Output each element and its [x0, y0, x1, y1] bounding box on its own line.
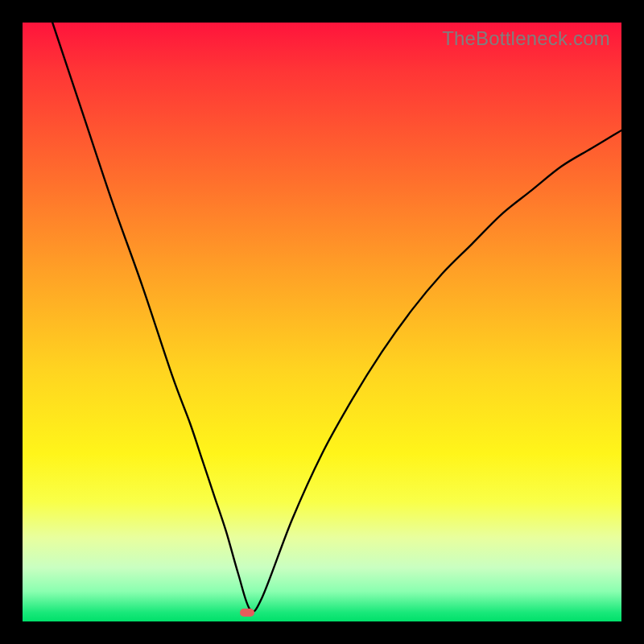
min-marker — [240, 609, 254, 617]
plot-area: TheBottleneck.com — [23, 23, 621, 621]
chart-frame: TheBottleneck.com — [0, 0, 644, 644]
bottleneck-curve-path — [52, 23, 621, 612]
curve-svg — [23, 23, 621, 621]
